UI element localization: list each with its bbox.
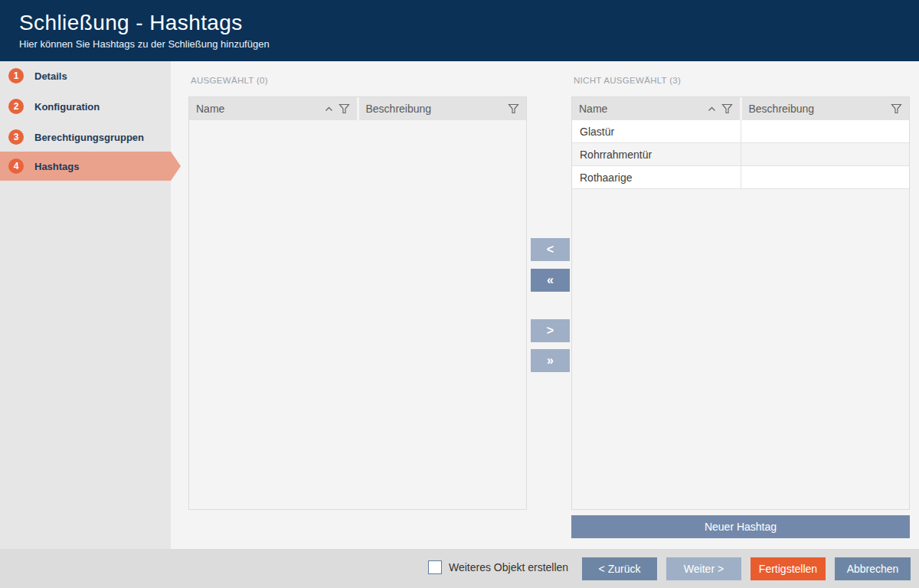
row-name-cell: Rohrrahmentür [572,143,741,165]
column-header-beschreibung[interactable]: Beschreibung [742,97,910,120]
row-beschreibung-cell [741,120,910,142]
sidebar-item-label: Hashtags [34,161,80,172]
unselected-table: Name Beschreibung Glastür [571,96,910,510]
filter-icon[interactable] [338,103,350,114]
filter-icon[interactable] [721,103,733,114]
table-row[interactable]: Rohrrahmentür [572,143,909,166]
new-hashtag-button[interactable]: Neuer Hashtag [571,515,910,538]
row-name-cell: Glastür [572,120,741,142]
footer-bar: Weiteres Objekt erstellen < Zurück Weite… [0,549,919,588]
unselected-table-body: Glastür Rohrrahmentür Rothaarige [572,120,909,189]
row-name-cell: Rothaarige [572,166,741,188]
column-header-beschreibung[interactable]: Beschreibung [359,97,527,120]
create-another-checkbox[interactable] [428,560,442,574]
step-number-badge: 4 [8,158,24,174]
sidebar-item-details[interactable]: 1 Details [0,61,171,90]
sidebar-item-hashtags[interactable]: 4 Hashtags [0,152,171,181]
sort-asc-icon[interactable] [325,106,333,112]
back-button[interactable]: < Zurück [582,557,657,580]
selected-table-header: Name Beschreibung [189,97,526,120]
app-window: Schließung - Hashtags Hier können Sie Ha… [0,0,919,588]
table-row[interactable]: Glastür [572,120,909,143]
move-left-button[interactable]: < [531,238,570,261]
unselected-table-header: Name Beschreibung [572,97,909,120]
move-right-button[interactable]: > [531,319,570,342]
column-header-label: Name [579,103,607,115]
page-title: Schließung - Hashtags [19,10,919,36]
sidebar-item-berechtigungsgruppen[interactable]: 3 Berechtigungsgruppen [0,122,171,152]
selected-section-label: AUSGEWÄHLT (0) [191,76,268,85]
column-header-name[interactable]: Name [189,97,357,120]
column-header-label: Name [196,103,224,115]
column-header-label: Beschreibung [749,103,815,115]
move-all-left-button[interactable]: « [531,269,570,292]
sidebar-item-label: Details [34,70,67,82]
sidebar-item-label: Berechtigungsgruppen [34,132,144,143]
column-header-label: Beschreibung [366,103,432,115]
filter-icon[interactable] [508,103,519,114]
step-number-badge: 2 [8,99,24,114]
row-beschreibung-cell [741,166,910,188]
create-another-label: Weiteres Objekt erstellen [449,561,568,573]
wizard-header: Schließung - Hashtags Hier können Sie Ha… [0,0,919,61]
active-step-arrow [171,152,181,181]
row-beschreibung-cell [741,143,910,165]
selected-table: Name Beschreibung [188,96,527,510]
page-subtitle: Hier können Sie Hashtags zu der Schließu… [19,38,919,50]
finish-button[interactable]: Fertigstellen [751,557,826,580]
sidebar-item-label: Konfiguration [34,101,100,113]
step-number-badge: 3 [8,129,24,145]
next-button[interactable]: Weiter > [666,557,741,580]
unselected-section-label: NICHT AUSGEWÄHLT (3) [574,76,681,85]
step-number-badge: 1 [8,68,24,83]
sort-asc-icon[interactable] [708,106,716,112]
cancel-button[interactable]: Abbrechen [835,557,911,580]
move-all-right-button[interactable]: » [531,349,570,372]
wizard-steps-sidebar: 1 Details 2 Konfiguration 3 Berechtigung… [0,61,171,549]
filter-icon[interactable] [891,103,902,114]
table-row[interactable]: Rothaarige [572,166,909,189]
sidebar-item-konfiguration[interactable]: 2 Konfiguration [0,92,171,121]
column-header-name[interactable]: Name [572,97,740,120]
